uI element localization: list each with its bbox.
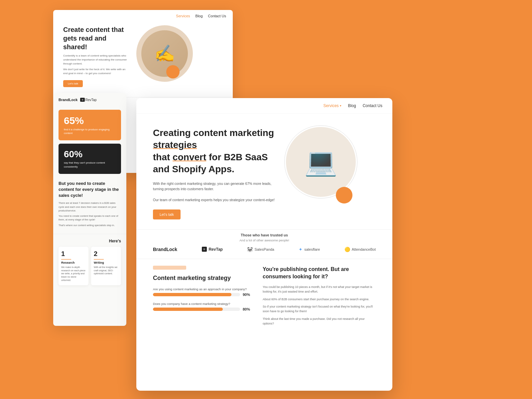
- logo-brandlock: BrandLock: [153, 247, 177, 252]
- step-2-line: [94, 259, 104, 260]
- stat-question-1: Are you using content marketing as an ap…: [153, 287, 253, 291]
- step-1-num: 1: [61, 250, 86, 258]
- step-1-title: Research: [61, 261, 86, 264]
- stat-row-1: Are you using content marketing as an ap…: [153, 287, 253, 297]
- left-logo-brandlock: BrandLock: [59, 98, 77, 102]
- front-cta-button[interactable]: Let's talk: [153, 209, 181, 219]
- trusted-subtitle: And a lot of other awesome people!: [153, 238, 376, 242]
- stat-row-2: Does you company have a content marketin…: [153, 302, 253, 311]
- back-hero-image-inner: ✍️: [141, 30, 188, 77]
- left-panel: BrandLock ≡ RevTap 65% find it a challen…: [53, 93, 126, 326]
- heres-title: Here's: [59, 239, 121, 243]
- stat-question-2: Does you company have a content marketin…: [153, 302, 253, 306]
- headline-strategies: strategies: [153, 140, 197, 150]
- stat-60-desc: say that they can't produce content cons…: [64, 161, 116, 168]
- stat-label-1: 90%: [243, 293, 253, 297]
- front-hero-circle: 💻: [286, 127, 356, 197]
- publishing-body1: You could be publishing 10 pieces a mont…: [263, 285, 376, 294]
- back-nav: Services Blog Contact Us: [53, 10, 233, 22]
- back-body1: Contentify is a team of content writing …: [63, 54, 130, 66]
- front-hero-image-wrap: 💻: [286, 127, 362, 197]
- front-orange-dot: [336, 187, 352, 203]
- services-chevron-icon: ▾: [340, 104, 341, 107]
- front-nav-blog[interactable]: Blog: [348, 103, 356, 108]
- progress-bg-2: [153, 308, 240, 311]
- content-section: Content marketing strategy Are you using…: [136, 259, 392, 339]
- trusted-title: Those who have trusted us: [153, 233, 376, 237]
- content-marketing-box: Content marketing strategy Are you using…: [153, 266, 253, 329]
- back-hero-text: Create content that gets read and shared…: [63, 25, 130, 87]
- content-title: Content marketing strategy: [153, 274, 253, 282]
- front-headline: Creating content marketing strategies th…: [153, 127, 276, 176]
- back-orange-dot: [166, 65, 180, 78]
- stat-65-percent: 65%: [64, 115, 116, 126]
- back-body2: We don't just write for the heck of it. …: [63, 67, 130, 75]
- trusted-section: Those who have trusted us And a lot of o…: [136, 229, 392, 259]
- publishing-title: You're publishing content. But are consu…: [263, 266, 376, 281]
- left-logos: BrandLock ≡ RevTap: [53, 93, 126, 106]
- step-1-desc: We make in-depth research on each piece …: [61, 266, 86, 282]
- logos-row: BrandLock ≡ RevTap 🐼 SalesPanda ✦ salesf…: [153, 247, 376, 252]
- stat-65-desc: find it a challenge to produce engaging …: [64, 128, 116, 135]
- left-panel-main-content: But you need to create content for every…: [53, 174, 126, 234]
- headline-convert: convert: [173, 152, 206, 162]
- stat-60-percent: 60%: [64, 149, 116, 160]
- back-nav-services[interactable]: Services: [176, 14, 190, 18]
- logo-salesflare: ✦ salesflare: [299, 247, 320, 252]
- step-2-desc: With all the insights we craft original,…: [94, 266, 118, 275]
- left-panel-body1: There are at least 7 decision makers in …: [59, 201, 121, 212]
- progress-bar-1: 90%: [153, 293, 253, 297]
- progress-bar-2: 80%: [153, 307, 253, 311]
- back-hero: Create content that gets read and shared…: [53, 22, 233, 90]
- step-2-writing: 2 Writing With all the insights we craft…: [91, 247, 121, 285]
- steps-row: 1 Research We make in-depth research on …: [59, 247, 121, 285]
- publishing-body2: About 60% of B2B consumers start their p…: [263, 297, 376, 302]
- front-hero-body1: With the right content marketing strateg…: [153, 181, 276, 192]
- progress-bg-1: [153, 293, 240, 296]
- left-panel-body3: That's where our content writing special…: [59, 223, 121, 227]
- back-cta-button[interactable]: Let's talk: [63, 80, 83, 87]
- stat-box-60: 60% say that they can't produce content …: [59, 144, 121, 174]
- stat-label-2: 80%: [243, 307, 253, 311]
- back-nav-contact[interactable]: Contact Us: [208, 14, 226, 18]
- front-nav: Services ▾ Blog Contact Us: [136, 98, 392, 114]
- publishing-body4: Think about the last time you made a pur…: [263, 317, 376, 326]
- stat-box-65: 65% find it a challenge to produce engag…: [59, 110, 121, 140]
- progress-fill-1: [153, 293, 231, 296]
- logo-attendancebot: 🟡 AttendanceBot: [344, 247, 376, 252]
- card-front: Services ▾ Blog Contact Us Creating cont…: [136, 98, 392, 391]
- publishing-box: You're publishing content. But are consu…: [263, 266, 376, 329]
- front-hero-text: Creating content marketing strategies th…: [153, 127, 276, 219]
- step-2-title: Writing: [94, 261, 118, 264]
- progress-fill-2: [153, 308, 223, 311]
- back-hero-image: ✍️: [136, 25, 193, 82]
- highlight-bar: [153, 266, 186, 270]
- front-hero: Creating content marketing strategies th…: [136, 114, 392, 229]
- step-1-research: 1 Research We make in-depth research on …: [59, 247, 88, 285]
- publishing-body3: So if your content marketing strategy is…: [263, 304, 376, 314]
- logo-revtap: ≡ RevTap: [202, 247, 223, 252]
- front-nav-contact[interactable]: Contact Us: [363, 103, 382, 108]
- heres-section: Here's 1 Research We make in-depth resea…: [53, 234, 126, 290]
- step-1-line: [61, 259, 71, 260]
- front-nav-services[interactable]: Services ▾: [324, 103, 341, 108]
- left-panel-title: But you need to create content for every…: [59, 181, 121, 199]
- back-headline: Create content that gets read and shared…: [63, 25, 130, 51]
- back-nav-blog[interactable]: Blog: [196, 14, 203, 18]
- left-panel-body2: You need to create content that speaks t…: [59, 214, 121, 222]
- left-logo-revtap: ≡ RevTap: [80, 98, 96, 102]
- step-2-num: 2: [94, 250, 118, 258]
- logo-salespanda: 🐼 SalesPanda: [247, 247, 274, 252]
- front-hero-body2: Our team of content marketing experts he…: [153, 197, 276, 203]
